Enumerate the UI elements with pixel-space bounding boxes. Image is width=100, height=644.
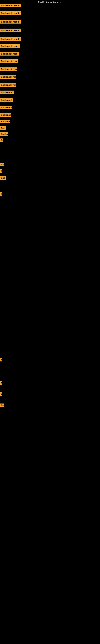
bottleneck-result-item: B xyxy=(0,138,3,142)
bottleneck-result-item: B xyxy=(0,192,2,196)
bottleneck-result-item: Bottleneck resu xyxy=(0,68,17,71)
bottleneck-result-item: Bottlen xyxy=(0,132,8,136)
bottleneck-result-item: Bottleneck re xyxy=(0,98,13,102)
bottleneck-result-item: B xyxy=(0,169,2,173)
bottleneck-result-item: B xyxy=(0,381,2,385)
bottleneck-result-item: Bottleneck res xyxy=(0,83,16,87)
bottleneck-result-item: Bo xyxy=(0,162,4,166)
bottleneck-result-item: Bottleneck result xyxy=(0,11,21,15)
bottleneck-result-item: Bottleneck result xyxy=(0,20,21,24)
bottleneck-result-item: Bottleneck resu xyxy=(0,59,18,63)
bottleneck-result-item: Bottlenec xyxy=(0,120,10,123)
bottleneck-result-item: Bottleneck resu xyxy=(0,44,20,48)
bottleneck-result-item: Bottleneck result xyxy=(0,4,21,7)
bottleneck-result-item: B xyxy=(0,392,2,396)
bottleneck-result-item: Bott xyxy=(0,176,6,180)
bottleneck-result-item: Bottleneck result xyxy=(0,37,21,41)
bottleneck-result-item: Bottleneck res xyxy=(0,75,16,79)
bottleneck-result-item: B xyxy=(0,358,2,362)
bottleneck-result-item: Bo xyxy=(0,404,3,407)
bottleneck-result-item: Bott xyxy=(0,126,6,130)
bottleneck-result-item: Bottleneck re xyxy=(0,106,12,109)
bottleneck-result-item: Bottleneck re xyxy=(0,90,14,94)
bottleneck-result-item: Bottleneck resu xyxy=(0,52,19,56)
bottleneck-result-item: Bottleneck r xyxy=(0,113,11,117)
bottleneck-result-item: Bottleneck result xyxy=(0,28,21,32)
